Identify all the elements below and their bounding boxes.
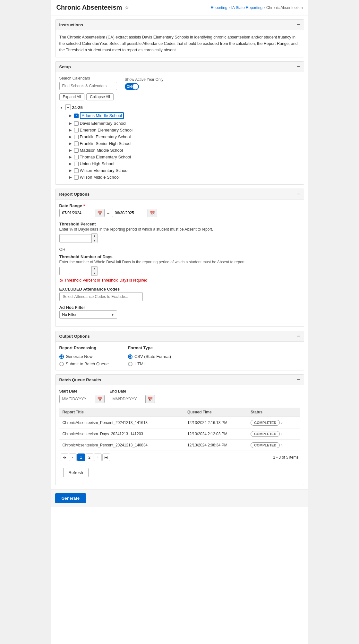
- generate-button[interactable]: Generate: [55, 493, 86, 503]
- school-tree-arrow[interactable]: [68, 114, 73, 118]
- first-page-btn[interactable]: ⏮: [61, 453, 68, 461]
- sort-arrow: ↓: [214, 410, 216, 414]
- school-checkbox[interactable]: [74, 148, 79, 153]
- batch-end-date-input[interactable]: [110, 395, 145, 403]
- school-checkbox[interactable]: [74, 162, 79, 166]
- adhoc-select[interactable]: No Filter: [59, 310, 117, 319]
- batch-end-date-group: End Date 📅: [110, 389, 155, 403]
- school-tree-arrow[interactable]: [68, 148, 73, 153]
- prev-page-btn[interactable]: ‹: [69, 453, 77, 461]
- row-arrow-icon[interactable]: ›: [280, 431, 283, 436]
- list-item: Thomas Elementary School: [59, 154, 300, 160]
- last-page-btn[interactable]: ⏭: [102, 453, 110, 461]
- batch-end-calendar-icon[interactable]: 📅: [145, 395, 155, 403]
- threshold-days-section: Threshold Number of Days Enter the numbe…: [59, 254, 300, 283]
- school-name[interactable]: Adams Middle School: [80, 112, 124, 119]
- bottom-bar: Refresh: [59, 464, 300, 481]
- next-page-btn[interactable]: ›: [94, 453, 102, 461]
- table-row[interactable]: ChronicAbsenteeism_Percent_20241213_1408…: [59, 440, 300, 451]
- excluded-codes-input[interactable]: [59, 292, 143, 301]
- page-buttons: ⏮ ‹ 1 2 › ⏭: [61, 453, 110, 461]
- row-arrow-icon[interactable]: ›: [280, 442, 283, 447]
- start-date-input[interactable]: [60, 209, 95, 217]
- school-checkbox[interactable]: [74, 128, 79, 132]
- adhoc-label: Ad Hoc Filter: [59, 305, 300, 310]
- col-queued-time[interactable]: Queued Time ↓: [184, 408, 247, 417]
- threshold-days-input[interactable]: [59, 267, 91, 275]
- end-date-input[interactable]: [112, 209, 148, 217]
- threshold-percent-input[interactable]: [59, 234, 91, 242]
- batch-queue-title: Batch Queue Results: [59, 377, 101, 382]
- school-checkbox[interactable]: [74, 114, 79, 118]
- row-arrow-icon[interactable]: ›: [280, 420, 283, 425]
- breadcrumb-reporting[interactable]: Reporting: [211, 5, 227, 10]
- toggle-track[interactable]: ON: [125, 83, 139, 90]
- threshold-days-up[interactable]: ▲: [92, 267, 98, 271]
- instructions-text: The Chronic Absenteeism (CA) extract ass…: [59, 34, 300, 53]
- page-title: Chronic Absenteeism ☆: [56, 4, 129, 11]
- threshold-percent-down[interactable]: ▼: [92, 238, 98, 243]
- results-table-body: ChronicAbsenteeism_Percent_20241213_1416…: [59, 417, 300, 451]
- year-tree-arrow[interactable]: [59, 105, 64, 110]
- expand-all-button[interactable]: Expand All: [59, 93, 85, 100]
- year-minus-box[interactable]: −: [65, 105, 71, 110]
- school-checkbox[interactable]: [74, 155, 79, 159]
- queued-time-cell: 12/13/2024 2:08:34 PM: [184, 440, 247, 451]
- output-options-toggle[interactable]: −: [297, 334, 300, 339]
- school-name: Franklin Senior High School: [80, 141, 132, 146]
- page-2-btn[interactable]: 2: [86, 453, 93, 461]
- pagination: ⏮ ‹ 1 2 › ⏭ 1 - 3 of 5 items: [59, 451, 300, 464]
- school-tree-arrow[interactable]: [68, 168, 73, 173]
- date-range-label: Date Range *: [59, 203, 300, 208]
- school-checkbox[interactable]: [74, 141, 79, 146]
- year-label: 24-25: [72, 105, 83, 110]
- table-row[interactable]: ChronicAbsenteeism_Days_20241213_1412031…: [59, 428, 300, 440]
- batch-end-date-wrapper: 📅: [110, 395, 155, 403]
- adhoc-select-wrapper: No Filter ▼: [59, 310, 117, 319]
- generate-now-radio[interactable]: [59, 354, 64, 359]
- csv-radio[interactable]: [128, 354, 132, 359]
- page-1-btn[interactable]: 1: [77, 453, 85, 461]
- generate-now-label: Generate Now: [66, 354, 93, 359]
- status-badge: COMPLETED: [251, 442, 280, 448]
- breadcrumb-ia-state[interactable]: IA State Reporting: [231, 5, 262, 10]
- school-checkbox[interactable]: [74, 121, 79, 126]
- batch-queue-toggle[interactable]: −: [297, 377, 300, 382]
- school-checkbox[interactable]: [74, 168, 79, 173]
- school-tree-arrow[interactable]: [68, 141, 73, 146]
- batch-start-calendar-icon[interactable]: 📅: [95, 395, 104, 403]
- excluded-codes-section: EXCLUDED Attendance Codes: [59, 287, 300, 301]
- html-radio[interactable]: [128, 362, 132, 366]
- threshold-percent-up[interactable]: ▲: [92, 234, 98, 238]
- collapse-all-button[interactable]: Collapse All: [86, 93, 114, 100]
- threshold-days-down[interactable]: ▼: [92, 271, 98, 275]
- submit-batch-radio[interactable]: [59, 362, 64, 366]
- school-name: Franklin Elementary School: [80, 134, 131, 139]
- report-options-toggle[interactable]: −: [297, 191, 300, 197]
- school-tree-arrow[interactable]: [68, 128, 73, 132]
- setup-toggle[interactable]: −: [297, 64, 300, 69]
- csv-label: CSV (State Format): [134, 354, 171, 359]
- refresh-button[interactable]: Refresh: [63, 468, 89, 477]
- school-tree-arrow[interactable]: [68, 175, 73, 180]
- active-year-toggle[interactable]: ON: [125, 83, 164, 90]
- start-date-calendar-icon[interactable]: 📅: [95, 209, 104, 217]
- school-tree-arrow[interactable]: [68, 162, 73, 166]
- school-tree-arrow[interactable]: [68, 121, 73, 126]
- search-input[interactable]: [59, 82, 117, 90]
- school-tree-arrow[interactable]: [68, 155, 73, 159]
- end-date-label: End Date: [110, 389, 155, 394]
- end-date-calendar-icon[interactable]: 📅: [148, 209, 157, 217]
- start-date-wrapper: 📅: [59, 209, 105, 217]
- instructions-toggle[interactable]: −: [297, 22, 300, 27]
- threshold-days-input-wrapper: ▲ ▼: [59, 266, 98, 276]
- school-checkbox[interactable]: [74, 135, 79, 139]
- end-date-wrapper: 📅: [112, 209, 157, 217]
- school-tree-arrow[interactable]: [68, 135, 73, 139]
- status-badge: COMPLETED: [251, 420, 280, 426]
- favorite-icon[interactable]: ☆: [124, 4, 129, 11]
- table-row[interactable]: ChronicAbsenteeism_Percent_20241213_1416…: [59, 417, 300, 428]
- school-checkbox[interactable]: [74, 175, 79, 180]
- list-item: Union High School: [59, 160, 300, 167]
- batch-start-date-input[interactable]: [60, 395, 95, 403]
